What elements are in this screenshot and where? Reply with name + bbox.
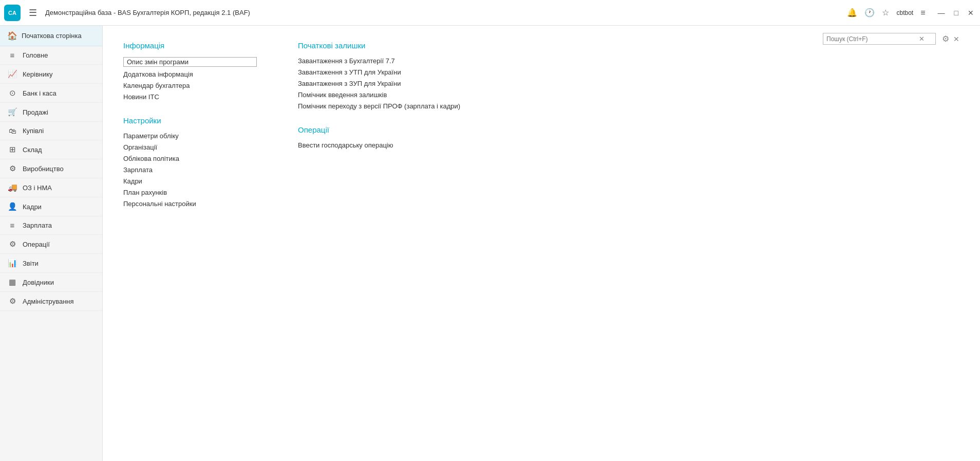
search-gear-icon[interactable]: ⚙ [942,34,949,44]
link-opys[interactable]: Опис змін програми [123,57,257,67]
sidebar-icon-administruvannia: ⚙ [7,297,17,306]
sidebar-label-administruvannia: Адміністрування [23,298,74,305]
search-close-icon[interactable]: ✕ [953,35,959,43]
sidebar-item-kupivli[interactable]: 🛍 Купівлі [0,122,102,140]
sidebar-item-prodazhi[interactable]: 🛒 Продажі [0,103,102,122]
sidebar-label-bank: Банк і каса [23,89,56,97]
sidebar-icon-golovne: ≡ [7,51,17,60]
sidebar-label-sklad: Склад [23,146,42,154]
operatsii-title: Операції [298,125,473,134]
link-pomichnykPROF[interactable]: Помічник переходу з версії ПРОФ (зарплат… [298,102,473,110]
hamburger-button[interactable]: ☰ [26,5,40,21]
sidebar: 🏠 Початкова сторінка ≡ Головне 📈 Керівни… [0,26,103,461]
section-pochatkovizalyshky: Початкові залишки Завантаження з Бухгалт… [298,41,473,110]
link-plan[interactable]: План рахунків [123,189,257,196]
pochatkovizalyshky-links: Завантаження з Бухгалтерії 7.7Завантажен… [298,57,473,110]
sidebar-icon-dovidnyky: ▦ [7,278,17,287]
sidebar-item-administruvannia[interactable]: ⚙ Адміністрування [0,292,102,311]
titlebar-icons: 🔔 🕐 ☆ cbtbot ≡ [847,8,925,17]
col-left: Інформація Опис змін програмиДодаткова і… [123,41,257,208]
sidebar-items: ≡ Головне 📈 Керівнику ⊙ Банк і каса 🛒 Пр… [0,46,102,311]
link-dodatkova[interactable]: Додаткова інформація [123,70,257,78]
sidebar-icon-kerivnyku: 📈 [7,69,17,79]
sidebar-label-kupivli: Купівлі [23,127,44,135]
col-right: Початкові залишки Завантаження з Бухгалт… [298,41,473,208]
sidebar-label-prodazhi: Продажі [23,108,48,116]
sidebar-item-kerivnyku[interactable]: 📈 Керівнику [0,65,102,84]
link-vvesty[interactable]: Ввести господарську операцію [298,141,473,149]
sidebar-label-oz: ОЗ і НМА [23,184,52,192]
sidebar-label-kadry: Кадри [23,203,42,211]
sidebar-home[interactable]: 🏠 Початкова сторінка [0,26,102,46]
sidebar-icon-bank: ⊙ [7,88,17,98]
close-button[interactable]: ✕ [966,8,976,18]
sidebar-icon-kupivli: 🛍 [7,126,17,135]
app-title: Демонстраційна база - BAS Бухгалтерія КО… [45,9,842,16]
app-layout: 🏠 Початкова сторінка ≡ Головне 📈 Керівни… [0,26,980,461]
sidebar-item-operatsii[interactable]: ⚙ Операції [0,235,102,254]
sidebar-label-zvity: Звіти [23,260,39,267]
sidebar-label-vyrobnytstvo: Виробництво [23,165,64,173]
username-label: cbtbot [896,9,913,16]
bookmark-icon[interactable]: ☆ [882,8,889,17]
sidebar-label-dovidnyky: Довідники [23,279,54,286]
informatsia-title: Інформація [123,41,257,50]
minimize-button[interactable]: — [936,8,947,18]
pochatkovizalyshky-title: Початкові залишки [298,41,473,50]
sidebar-item-sklad[interactable]: ⊞ Склад [0,140,102,159]
sidebar-icon-vyrobnytstvo: ⚙ [7,164,17,173]
sidebar-icon-zvity: 📊 [7,259,17,268]
notification-icon[interactable]: 🔔 [847,8,857,17]
sidebar-home-label: Початкова сторінка [22,32,82,40]
sidebar-item-zvity[interactable]: 📊 Звіти [0,254,102,273]
sidebar-item-bank[interactable]: ⊙ Банк і каса [0,84,102,103]
sidebar-label-golovne: Головне [23,51,48,59]
link-oblikova[interactable]: Облікова політика [123,155,257,162]
link-orhanizatsii[interactable]: Організації [123,143,257,151]
main-content: ✕ ⚙ ✕ Інформація Опис змін програмиДодат… [103,26,980,461]
link-zavant77[interactable]: Завантаження з Бухгалтерії 7.7 [298,57,473,65]
section-nastroiky: Настройки Параметри облікуОрганізаціїОбл… [123,116,257,208]
app-logo: CA [4,5,21,21]
history-icon[interactable]: 🕐 [864,8,875,17]
sidebar-icon-sklad: ⊞ [7,145,17,154]
link-zavantUTP[interactable]: Завантаження з УТП для України [298,68,473,76]
link-pomichnyk[interactable]: Помічник введення залишків [298,91,473,99]
search-input[interactable] [826,35,919,43]
search-input-wrap: ✕ [823,33,936,45]
main-columns: Інформація Опис змін програмиДодаткова і… [123,41,959,208]
home-icon: 🏠 [7,31,17,41]
section-informatsia: Інформація Опис змін програмиДодаткова і… [123,41,257,101]
sidebar-item-golovne[interactable]: ≡ Головне [0,46,102,65]
settings-icon[interactable]: ≡ [920,8,925,17]
nastroiky-links: Параметри облікуОрганізаціїОблікова полі… [123,132,257,208]
link-kadry[interactable]: Кадри [123,177,257,185]
sidebar-item-kadry[interactable]: 👤 Кадри [0,197,102,216]
sidebar-label-kerivnyku: Керівнику [23,70,53,78]
section-operatsii: Операції Ввести господарську операцію [298,125,473,149]
link-kalendar[interactable]: Календар бухгалтера [123,82,257,89]
window-buttons: — □ ✕ [936,8,976,18]
informatsia-links: Опис змін програмиДодаткова інформаціяКа… [123,57,257,101]
sidebar-label-zarplata: Зарплата [23,222,52,229]
sidebar-icon-zarplata: ≡ [7,221,17,230]
maximize-button[interactable]: □ [952,8,960,18]
link-zarplata[interactable]: Зарплата [123,166,257,174]
sidebar-icon-kadry: 👤 [7,202,17,211]
sidebar-icon-oz: 🚚 [7,183,17,192]
link-parametry[interactable]: Параметри обліку [123,132,257,140]
search-clear-icon[interactable]: ✕ [919,35,925,43]
link-zavantZUP[interactable]: Завантаження з ЗУП для України [298,80,473,87]
sidebar-item-oz[interactable]: 🚚 ОЗ і НМА [0,178,102,197]
sidebar-label-operatsii: Операції [23,241,50,248]
sidebar-item-vyrobnytstvo[interactable]: ⚙ Виробництво [0,159,102,178]
sidebar-item-dovidnyky[interactable]: ▦ Довідники [0,273,102,292]
link-novyny[interactable]: Новини ІТС [123,93,257,101]
logo-icon: CA [4,5,21,21]
link-personalni[interactable]: Персональні настройки [123,200,257,208]
sidebar-item-zarplata[interactable]: ≡ Зарплата [0,216,102,235]
titlebar: CA ☰ Демонстраційна база - BAS Бухгалтер… [0,0,980,26]
sidebar-icon-prodazhi: 🛒 [7,107,17,117]
sidebar-icon-operatsii: ⚙ [7,239,17,249]
search-area: ✕ ⚙ ✕ [823,33,959,45]
